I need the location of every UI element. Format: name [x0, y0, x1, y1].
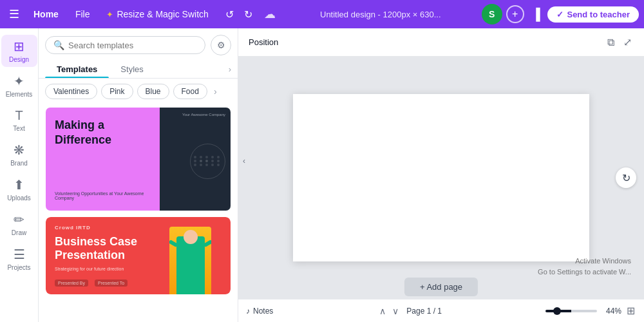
- card2-layout: Crowd IRTD Business CasePresentation Str…: [46, 217, 231, 294]
- chip-pink[interactable]: Pink: [101, 84, 133, 99]
- activate-windows-title: Activate Windows: [538, 256, 631, 267]
- page-info: Page 1 / 1: [406, 307, 442, 316]
- refresh-button[interactable]: ↻: [616, 167, 636, 188]
- add-collaborator-button[interactable]: +: [506, 5, 524, 23]
- notes-label: Notes: [253, 307, 273, 316]
- cloud-save-icon: ☁: [260, 5, 279, 23]
- card1-left: Making aDifference Volunteering Opportun…: [46, 108, 160, 211]
- sidebar-item-label: Text: [13, 125, 24, 132]
- star-icon: ✦: [106, 10, 113, 19]
- person-arm-left: [169, 240, 178, 247]
- file-nav-link[interactable]: File: [69, 6, 97, 22]
- main-layout: ⊞ Design ✦ Elements T Text ❋ Brand ⬆ Upl…: [0, 28, 644, 322]
- undo-button[interactable]: ↺: [222, 6, 238, 23]
- page-down-button[interactable]: ∨: [390, 305, 401, 317]
- panel-collapse-button[interactable]: ‹: [238, 149, 250, 173]
- search-input[interactable]: [68, 41, 197, 50]
- chevron-right-icon: ›: [229, 64, 231, 74]
- person-head: [184, 230, 198, 244]
- sidebar-item-projects[interactable]: ☰ Projects: [1, 243, 37, 275]
- sidebar-item-design[interactable]: ⊞ Design: [1, 35, 37, 67]
- activate-windows-subtitle: Go to Settings to activate W...: [538, 267, 631, 278]
- sidebar-item-draw[interactable]: ✏ Draw: [1, 208, 37, 240]
- projects-icon: ☰: [14, 247, 25, 262]
- text-icon: T: [15, 108, 23, 123]
- template-card-making-difference[interactable]: Making aDifference Volunteering Opportun…: [45, 107, 231, 211]
- expand-icon[interactable]: ⤢: [621, 34, 634, 50]
- filter-button[interactable]: ⚙: [211, 35, 231, 55]
- card2-logo1: Presented By: [55, 279, 88, 287]
- notes-button[interactable]: ♪ Notes: [246, 307, 273, 316]
- sidebar-item-elements[interactable]: ✦ Elements: [1, 70, 37, 102]
- zoom-slider[interactable]: [545, 310, 597, 312]
- tab-styles[interactable]: Styles: [109, 61, 155, 78]
- sidebar-item-label: Elements: [6, 91, 33, 98]
- design-icon: ⊞: [14, 39, 24, 54]
- zoom-percentage: 44%: [601, 307, 621, 316]
- bottom-bar: ♪ Notes ∧ ∨ Page 1 / 1 44% ⊞: [238, 299, 644, 322]
- top-navigation: ☰ Home File ✦ Resize & Magic Switch ↺ ↻ …: [0, 0, 644, 28]
- icon-sidebar: ⊞ Design ✦ Elements T Text ❋ Brand ⬆ Upl…: [0, 28, 39, 322]
- stats-icon[interactable]: ▐: [528, 6, 544, 23]
- card2-logo2: Presented To: [95, 279, 128, 287]
- draw-icon: ✏: [14, 212, 24, 227]
- add-page-button[interactable]: + Add page: [404, 278, 478, 296]
- chip-food[interactable]: Food: [173, 84, 207, 99]
- chip-valentines[interactable]: Valentines: [45, 84, 97, 99]
- home-nav-link[interactable]: Home: [27, 6, 65, 22]
- card1-right: Your Awesome Company: [160, 108, 231, 211]
- card1-title: Making aDifference: [55, 118, 151, 147]
- card2-person: [169, 227, 211, 294]
- uploads-icon: ⬆: [14, 177, 24, 193]
- sidebar-item-uploads[interactable]: ⬆ Uploads: [1, 173, 37, 205]
- templates-list: Making aDifference Volunteering Opportun…: [39, 104, 238, 322]
- hamburger-menu-icon[interactable]: ☰: [5, 5, 23, 24]
- card1-subtitle: Volunteering Opportunities at Your Aweso…: [55, 191, 151, 200]
- tab-templates[interactable]: Templates: [45, 61, 109, 78]
- send-teacher-label: Send to teacher: [567, 10, 630, 19]
- check-icon: ✓: [556, 10, 564, 19]
- grid-view-button[interactable]: ⊞: [625, 303, 636, 318]
- activate-windows-text: Activate Windows Go to Settings to activ…: [538, 256, 631, 277]
- canvas-toolbar: Position ⧉ ⤢: [238, 28, 644, 57]
- canvas-toolbar-icons: ⧉ ⤢: [605, 34, 634, 50]
- templates-panel: 🔍 ⚙ Templates Styles › Valentines Pink B…: [39, 28, 238, 322]
- search-bar: 🔍 ⚙: [39, 28, 238, 59]
- person-figure: [176, 236, 205, 294]
- undo-redo-group: ↺ ↻: [222, 6, 256, 23]
- zoom-slider-group: [545, 310, 597, 312]
- zoom-controls: 44% ⊞: [545, 303, 636, 318]
- resize-magic-label: Resize & Magic Switch: [117, 9, 208, 19]
- canvas-page: [293, 94, 589, 261]
- redo-button[interactable]: ↻: [240, 6, 256, 23]
- sidebar-item-label: Design: [9, 56, 29, 63]
- person-arm-right: [203, 240, 211, 247]
- send-to-teacher-button[interactable]: ✓ Send to teacher: [547, 6, 639, 23]
- sidebar-item-label: Draw: [12, 229, 26, 236]
- search-box[interactable]: 🔍: [45, 36, 205, 54]
- chip-blue[interactable]: Blue: [137, 84, 169, 99]
- template-card-business-case[interactable]: Crowd IRTD Business CasePresentation Str…: [45, 216, 231, 295]
- copy-icon[interactable]: ⧉: [605, 34, 616, 50]
- notes-icon: ♪: [246, 307, 250, 316]
- position-label: Position: [249, 37, 278, 47]
- search-icon: 🔍: [53, 40, 64, 50]
- page-nav-arrows: ∧ ∨: [377, 305, 401, 317]
- sidebar-item-label: Uploads: [7, 194, 31, 202]
- filter-chips: Valentines Pink Blue Food ›: [39, 79, 238, 104]
- resize-magic-switch-button[interactable]: ✦ Resize & Magic Switch: [100, 6, 214, 22]
- elements-icon: ✦: [14, 73, 24, 89]
- sidebar-item-label: Projects: [7, 264, 30, 271]
- card1-layout: Making aDifference Volunteering Opportun…: [46, 108, 231, 211]
- canvas-area: Position ⧉ ⤢ ↻ + Add page Activate Windo…: [238, 28, 644, 322]
- design-title: Untitled design - 1200px × 630...: [283, 10, 478, 19]
- panel-tabs: Templates Styles ›: [39, 59, 238, 79]
- avatar[interactable]: S: [482, 4, 502, 24]
- sidebar-item-label: Brand: [10, 160, 28, 167]
- page-up-button[interactable]: ∧: [377, 305, 388, 317]
- chips-more-icon[interactable]: ›: [211, 85, 220, 98]
- sidebar-item-brand[interactable]: ❋ Brand: [1, 138, 37, 171]
- sidebar-item-text[interactable]: T Text: [1, 104, 37, 136]
- brand-icon: ❋: [14, 142, 24, 158]
- page-nav-group: ∧ ∨ Page 1 / 1: [377, 305, 442, 317]
